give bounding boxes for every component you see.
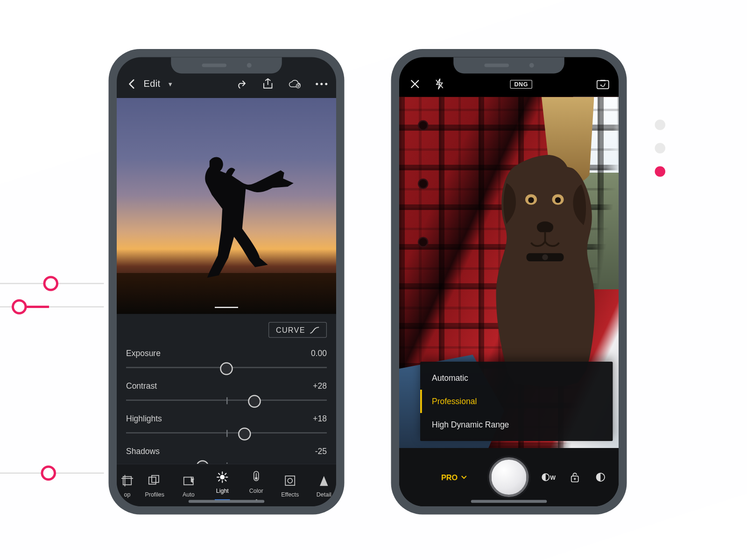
light-icon: [216, 470, 229, 484]
white-balance-button[interactable]: W: [541, 473, 556, 482]
profiles-icon: [148, 473, 162, 487]
tool-profiles[interactable]: Profiles: [138, 473, 172, 497]
color-icon: [252, 470, 261, 484]
slider-label: Exposure: [126, 348, 161, 357]
detail-icon: [319, 473, 329, 487]
tool-auto[interactable]: Auto: [172, 473, 206, 497]
flash-off-icon[interactable]: [433, 77, 446, 91]
camera-mode-menu: AutomaticProfessionalHigh Dynamic Range: [420, 362, 613, 441]
lock-settings-icon[interactable]: [569, 471, 582, 484]
svg-point-19: [542, 254, 548, 260]
mode-selector[interactable]: PRO: [441, 473, 467, 482]
camera-viewfinder[interactable]: AutomaticProfessionalHigh Dynamic Range: [399, 97, 619, 448]
camera-bottom-bar: PRO W: [399, 448, 619, 506]
svg-point-8: [220, 475, 225, 480]
edit-topbar: Edit ▼: [117, 71, 336, 97]
tool-light[interactable]: Light: [205, 470, 240, 501]
svg-point-3: [325, 83, 327, 85]
auto-icon: [182, 473, 195, 487]
dot-3[interactable]: [655, 166, 666, 177]
phone-camera-mockup: DNG AutomaticProfessionalHigh Dynamic Ra…: [391, 49, 627, 515]
slider-highlights[interactable]: Highlights+18: [126, 413, 327, 441]
dot-1[interactable]: [655, 119, 666, 130]
filter-icon[interactable]: [594, 471, 607, 484]
slider-value: +18: [313, 413, 327, 423]
mode-option-high-dynamic-range[interactable]: High Dynamic Range: [420, 413, 613, 436]
more-icon[interactable]: [315, 77, 328, 91]
svg-point-17: [555, 197, 561, 203]
title-caret-icon[interactable]: ▼: [167, 81, 173, 87]
close-icon[interactable]: [409, 77, 422, 91]
tool-label: op: [124, 491, 131, 497]
svg-point-12: [288, 478, 292, 483]
tool-label: Auto: [183, 491, 195, 497]
edit-photo-preview[interactable]: [117, 98, 336, 314]
shutter-button[interactable]: [489, 457, 529, 497]
tool-label: Detail: [317, 491, 331, 497]
effects-icon: [284, 473, 296, 487]
photo-drag-handle[interactable]: [215, 307, 238, 308]
op-icon: [121, 473, 133, 487]
slider-value: 0.00: [311, 348, 327, 357]
curve-button[interactable]: CURVE: [268, 322, 327, 338]
tool-effects[interactable]: Effects: [273, 473, 307, 497]
tool-label: Profiles: [145, 491, 164, 497]
svg-rect-6: [152, 475, 159, 482]
slider-exposure[interactable]: Exposure0.00: [126, 348, 327, 375]
slider-label: Highlights: [126, 413, 162, 423]
tool-op[interactable]: op: [117, 473, 138, 497]
carousel-dots[interactable]: [655, 119, 666, 177]
svg-point-2: [320, 83, 323, 85]
phone-edit-mockup: Edit ▼ CURVE Expo: [109, 49, 345, 515]
svg-rect-5: [149, 477, 156, 484]
slider-value: +28: [313, 381, 327, 390]
light-sliders-panel: Exposure0.00Contrast+28Highlights+18Shad…: [117, 341, 336, 464]
tool-detail[interactable]: Detail: [307, 473, 337, 497]
svg-point-16: [528, 197, 534, 203]
slider-label: Contrast: [126, 381, 157, 390]
dot-2[interactable]: [655, 143, 666, 154]
mode-option-professional[interactable]: Professional: [420, 390, 613, 413]
slider-shadows[interactable]: Shadows-25: [126, 446, 327, 464]
viewfinder-subject-dog: [481, 142, 609, 387]
mode-option-automatic[interactable]: Automatic: [420, 366, 613, 390]
screen-title[interactable]: Edit: [144, 79, 161, 90]
decor-slider-3: [0, 473, 104, 474]
svg-point-10: [255, 477, 258, 480]
switch-camera-icon[interactable]: [597, 77, 610, 91]
decor-slider-2: [0, 306, 104, 308]
svg-rect-4: [123, 476, 132, 485]
share-icon[interactable]: [261, 77, 275, 91]
slider-label: Shadows: [126, 446, 160, 455]
back-icon[interactable]: [125, 77, 138, 91]
tool-label: Color: [249, 487, 263, 494]
tool-label: Effects: [281, 491, 299, 497]
photo-subject-silhouette: [172, 151, 295, 285]
svg-rect-11: [285, 476, 295, 485]
tool-label: Light: [216, 488, 229, 494]
svg-rect-13: [597, 81, 609, 89]
decor-slider-1: [0, 283, 104, 284]
undo-icon[interactable]: [235, 77, 248, 91]
curve-label: CURVE: [276, 326, 305, 335]
tool-color[interactable]: Color: [240, 470, 274, 501]
svg-point-1: [316, 83, 318, 85]
camera-topbar: DNG: [399, 71, 619, 97]
cloud-add-icon[interactable]: [289, 77, 302, 91]
slider-contrast[interactable]: Contrast+28: [126, 381, 327, 408]
file-format-badge[interactable]: DNG: [510, 80, 532, 89]
slider-value: -25: [315, 446, 327, 455]
